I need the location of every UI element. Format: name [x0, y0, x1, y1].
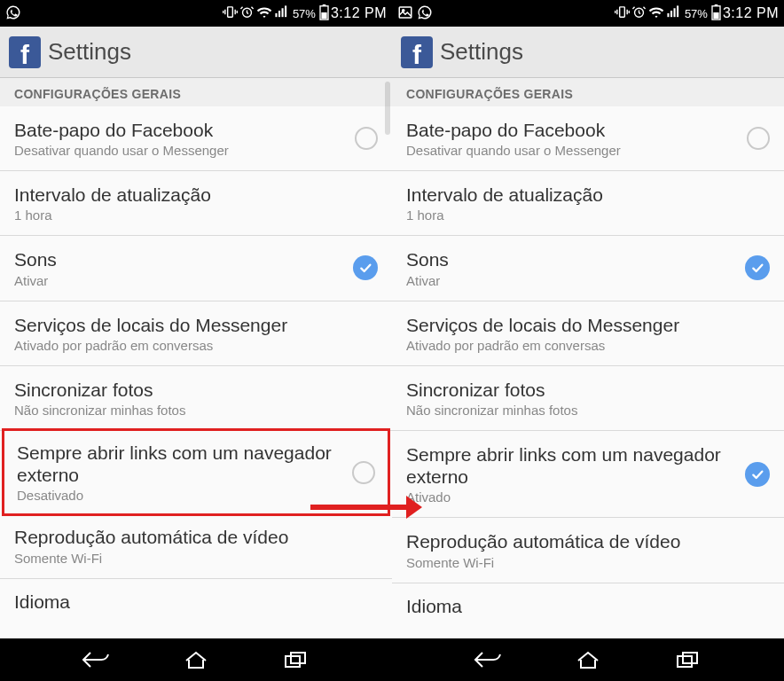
svg-rect-17: [673, 8, 675, 17]
svg-rect-8: [321, 12, 326, 19]
home-button[interactable]: [567, 646, 609, 674]
nav-bar: [0, 638, 392, 681]
svg-rect-13: [620, 7, 625, 17]
row-subtitle: 1 hora: [14, 207, 369, 223]
row-language[interactable]: Idioma: [392, 583, 784, 617]
recents-button[interactable]: [274, 646, 317, 674]
battery-icon: [319, 4, 329, 23]
back-button[interactable]: [467, 646, 510, 674]
row-title: Bate-papo do Facebook: [14, 119, 346, 141]
row-language[interactable]: Idioma: [0, 579, 392, 613]
section-header: CONFIGURAÇÕES GERAIS: [392, 78, 784, 106]
row-facebook-chat[interactable]: Bate-papo do Facebook Desativar quando u…: [0, 106, 392, 171]
row-subtitle: Não sincronizar minhas fotos: [406, 403, 761, 418]
row-subtitle: 1 hora: [406, 207, 761, 223]
row-title: Sincronizar fotos: [406, 379, 761, 401]
row-subtitle: Desativar quando usar o Messenger: [406, 143, 738, 158]
phone-after: 57% 3:12 PM f Settings CONFIGURAÇÕES GER…: [392, 0, 784, 681]
clock: 3:12 PM: [723, 5, 779, 21]
wifi-icon: [648, 4, 664, 23]
appbar-title: Settings: [48, 38, 131, 66]
scrollbar[interactable]: [385, 82, 390, 135]
svg-rect-0: [228, 7, 233, 17]
facebook-logo-icon: f: [401, 36, 433, 68]
battery-percent: 57%: [685, 7, 708, 20]
row-title: Sons: [406, 248, 736, 270]
svg-point-12: [403, 9, 404, 11]
settings-list[interactable]: Bate-papo do Facebook Desativar quando u…: [0, 106, 392, 638]
phone-before: 57% 3:12 PM f Settings CONFIGURAÇÕES GER…: [0, 0, 392, 681]
vibrate-icon: [223, 4, 238, 22]
row-subtitle: Desativado: [17, 488, 343, 503]
svg-rect-22: [678, 656, 692, 667]
nav-bar: [392, 638, 784, 681]
app-bar: f Settings: [392, 27, 784, 78]
row-title: Sons: [14, 248, 344, 270]
row-messenger-location[interactable]: Serviços de locais do Messenger Ativado …: [392, 301, 784, 366]
row-subtitle: Ativado por padrão em conversas: [406, 338, 761, 353]
row-title: Intervalo de atualização: [406, 184, 761, 206]
row-title: Reprodução automática de vídeo: [14, 526, 369, 548]
svg-rect-18: [677, 5, 678, 17]
whatsapp-icon: [417, 4, 433, 23]
battery-percent: 57%: [293, 7, 316, 20]
row-subtitle: Ativar: [14, 273, 344, 288]
svg-rect-23: [683, 653, 697, 663]
row-subtitle: Somente Wi-Fi: [14, 551, 369, 566]
row-title: Sincronizar fotos: [14, 379, 369, 401]
row-sounds[interactable]: Sons Ativar: [0, 236, 392, 301]
radio-unchecked-icon[interactable]: [355, 127, 378, 150]
battery-icon: [711, 4, 721, 23]
row-title: Serviços de locais do Messenger: [406, 314, 761, 336]
row-title: Sempre abrir links com um navegador exte…: [17, 442, 343, 486]
row-facebook-chat[interactable]: Bate-papo do Facebook Desativar quando u…: [392, 106, 784, 171]
row-title: Idioma: [406, 596, 770, 617]
row-messenger-location[interactable]: Serviços de locais do Messenger Ativado …: [0, 301, 392, 366]
row-sounds[interactable]: Sons Ativar: [392, 236, 784, 301]
back-button[interactable]: [75, 646, 118, 674]
row-title: Serviços de locais do Messenger: [14, 314, 369, 336]
svg-rect-10: [291, 653, 305, 663]
row-sync-photos[interactable]: Sincronizar fotos Não sincronizar minhas…: [392, 366, 784, 431]
status-bar: 57% 3:12 PM: [392, 0, 784, 27]
check-on-icon[interactable]: [745, 255, 770, 280]
row-refresh-interval[interactable]: Intervalo de atualização 1 hora: [392, 171, 784, 236]
alarm-icon: [631, 4, 647, 22]
row-title: Idioma: [14, 591, 378, 613]
comparison-container: 57% 3:12 PM f Settings CONFIGURAÇÕES GER…: [0, 0, 784, 681]
row-video-autoplay[interactable]: Reprodução automática de vídeo Somente W…: [0, 513, 392, 578]
svg-rect-3: [278, 11, 280, 17]
check-on-icon[interactable]: [353, 255, 378, 280]
row-subtitle: Ativado: [406, 489, 736, 505]
row-title: Bate-papo do Facebook: [406, 119, 738, 141]
row-subtitle: Desativar quando usar o Messenger: [14, 143, 346, 158]
svg-rect-21: [713, 12, 718, 19]
row-subtitle: Ativado por padrão em conversas: [14, 338, 369, 353]
row-subtitle: Somente Wi-Fi: [406, 555, 761, 570]
row-open-links-external[interactable]: Sempre abrir links com um navegador exte…: [2, 428, 390, 516]
comparison-arrow-icon: [310, 505, 408, 510]
row-refresh-interval[interactable]: Intervalo de atualização 1 hora: [0, 171, 392, 236]
signal-icon: [666, 4, 681, 22]
image-notification-icon: [397, 4, 413, 23]
status-bar: 57% 3:12 PM: [0, 0, 392, 27]
radio-unchecked-icon[interactable]: [747, 127, 770, 150]
svg-rect-4: [281, 8, 283, 17]
row-title: Intervalo de atualização: [14, 184, 369, 206]
svg-rect-16: [670, 11, 672, 17]
row-subtitle: Ativar: [406, 273, 736, 288]
row-sync-photos[interactable]: Sincronizar fotos Não sincronizar minhas…: [0, 366, 392, 431]
settings-list[interactable]: Bate-papo do Facebook Desativar quando u…: [392, 106, 784, 638]
alarm-icon: [239, 4, 255, 22]
home-button[interactable]: [175, 646, 217, 674]
recents-button[interactable]: [666, 646, 709, 674]
row-open-links-external[interactable]: Sempre abrir links com um navegador exte…: [392, 431, 784, 518]
check-on-icon[interactable]: [745, 462, 770, 487]
row-video-autoplay[interactable]: Reprodução automática de vídeo Somente W…: [392, 518, 784, 583]
svg-rect-2: [275, 13, 277, 17]
wifi-icon: [256, 4, 272, 23]
row-title: Reprodução automática de vídeo: [406, 530, 761, 552]
radio-unchecked-icon[interactable]: [352, 461, 375, 484]
row-title: Sempre abrir links com um navegador exte…: [406, 443, 736, 488]
clock: 3:12 PM: [331, 5, 387, 21]
